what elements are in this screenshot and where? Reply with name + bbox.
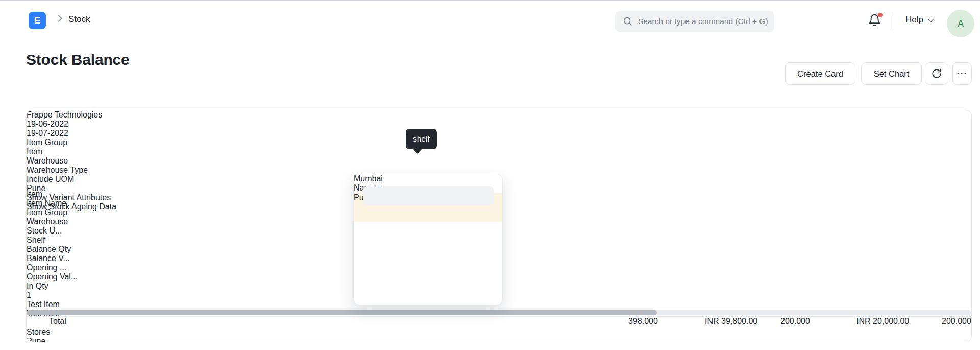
shelf-dropdown-popup: MumbaiNagpurPune✓ (353, 174, 503, 305)
notifications-button[interactable] (868, 13, 882, 29)
true: Frappe Technologies (27, 110, 971, 120)
true: Balance V... (27, 254, 102, 263)
refresh-button[interactable] (925, 62, 948, 85)
true: Item (27, 147, 971, 156)
table-total-row: Total398.000INR 39,800.00200.000INR 20,0… (27, 316, 972, 326)
help-label: Help (905, 15, 923, 25)
breadcrumb-chevron-icon (55, 15, 62, 22)
true: Warehouse (27, 156, 971, 166)
chevron-down-icon (928, 16, 935, 22)
breadcrumb[interactable]: Stock (68, 14, 90, 25)
set-chart-button[interactable]: Set Chart (861, 62, 922, 85)
horizontal-scrollbar-track[interactable] (27, 310, 971, 315)
true: Warehouse Type (27, 166, 971, 175)
tooltip-arrow (413, 149, 422, 154)
true: 19-07-2022 (27, 129, 971, 138)
dropdown-search-input[interactable] (363, 186, 494, 205)
true: Balance Qty (27, 245, 103, 254)
true: Shelf (27, 236, 120, 245)
navbar: E Stock Search or type a command (Ctrl +… (0, 1, 980, 38)
true: 19-06-2022 (27, 120, 971, 129)
notification-dot (878, 13, 883, 17)
true: Item Group (27, 138, 971, 147)
page-title: Stock Balance (26, 51, 130, 68)
true: Item (27, 190, 104, 199)
avatar[interactable]: A (947, 10, 974, 37)
true: Warehouse (27, 217, 103, 226)
refresh-icon (931, 68, 942, 79)
true: Opening Val... (27, 272, 112, 282)
true: Item Name (27, 199, 141, 208)
true: Item Group (27, 208, 104, 217)
true: Stock U... (27, 226, 80, 236)
create-card-button[interactable]: Create Card (785, 62, 855, 85)
search-placeholder: Search or type a command (Ctrl + G) (638, 17, 768, 26)
filters-row-1: Frappe Technologies19-06-202219-07-2022I… (27, 110, 971, 166)
help-menu[interactable]: Help (905, 15, 933, 25)
horizontal-scrollbar-thumb[interactable] (27, 310, 657, 315)
navbar-divider (894, 13, 894, 30)
shelf-tooltip: shelf (406, 129, 437, 149)
more-menu-button[interactable]: ··· (952, 62, 972, 85)
option-label: Mumbai (354, 174, 383, 183)
global-search-input[interactable]: Search or type a command (Ctrl + G) (615, 11, 774, 32)
true: Mumbai (354, 174, 502, 183)
search-icon (623, 16, 633, 27)
app-logo[interactable]: E (29, 12, 46, 29)
true: Opening ... (27, 263, 103, 272)
tooltip-text: shelf (413, 134, 430, 144)
true: In Qty (27, 282, 71, 291)
